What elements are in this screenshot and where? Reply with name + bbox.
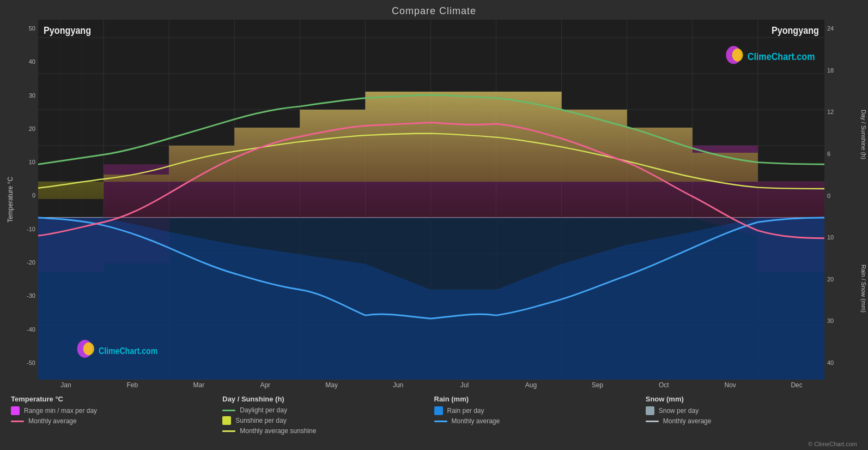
legend-temp-avg: Monthly average (11, 417, 222, 425)
y-tick-right-30: 30 (827, 317, 834, 324)
legend-sunshine-per-day: Sunshine per day (222, 416, 434, 425)
chart-title: Compare Climate (0, 0, 868, 20)
legend-temperature: Temperature °C Range min / max per day M… (11, 395, 222, 437)
x-axis: Jan Feb Mar Apr May Jun Jul Aug Sep Oct … (33, 380, 830, 391)
legend-temp-range: Range min / max per day (11, 406, 222, 415)
copyright: © ClimeChart.com (0, 440, 868, 450)
legend-rain-avg-label: Monthly average (452, 417, 500, 425)
y-tick-n50: -50 (27, 359, 35, 366)
y-tick-right-24: 24 (827, 25, 834, 32)
legend-sunshine-avg-label: Monthly average sunshine (240, 427, 316, 435)
y-tick-right-18: 18 (827, 67, 834, 74)
y-axis-left-label: Temperature °C (7, 177, 14, 223)
y-tick-30: 30 (29, 92, 35, 99)
y-tick-0: 0 (32, 192, 35, 199)
x-tick-oct: Oct (630, 381, 697, 389)
x-tick-nov: Nov (697, 381, 763, 389)
legend-rain-avg: Monthly average (434, 417, 646, 425)
legend-sunshine-avg: Monthly average sunshine (222, 427, 434, 435)
legend-daylight-label: Daylight per day (240, 406, 287, 414)
x-tick-feb: Feb (99, 381, 166, 389)
legend-rain-swatch (434, 406, 443, 415)
svg-text:ClimeChart.com: ClimeChart.com (748, 51, 815, 62)
x-tick-jan: Jan (33, 381, 99, 389)
y-tick-right-6: 6 (827, 151, 830, 157)
svg-text:Pyongyang: Pyongyang (44, 25, 91, 36)
legend-sunshine: Day / Sunshine (h) Daylight per day Suns… (222, 395, 434, 437)
y-tick-n40: -40 (27, 326, 35, 333)
y-tick-20: 20 (29, 125, 35, 132)
legend-temp-avg-swatch (11, 421, 24, 422)
legend-daylight-swatch (222, 410, 235, 411)
svg-point-35 (732, 49, 743, 62)
legend-rain-per-day: Rain per day (434, 406, 646, 415)
legend-sunshine-per-day-label: Sunshine per day (235, 417, 286, 424)
x-tick-jul: Jul (432, 381, 498, 389)
y-tick-10: 10 (29, 159, 35, 165)
y-tick-right-40: 40 (827, 359, 834, 366)
chart-svg: Pyongyang Pyongyang ClimeChart.com Clime… (38, 20, 824, 380)
legend-snow-avg: Monthly average (646, 417, 857, 425)
legend-sunshine-title: Day / Sunshine (h) (222, 395, 434, 403)
legend-temp-avg-label: Monthly average (28, 417, 77, 425)
x-tick-jun: Jun (365, 381, 432, 389)
chart-area: Temperature °C 50 40 30 20 10 0 -10 -20 … (5, 20, 863, 380)
x-tick-sep: Sep (564, 381, 630, 389)
svg-point-38 (83, 343, 94, 356)
x-tick-apr: Apr (232, 381, 299, 389)
legend-temp-title: Temperature °C (11, 395, 222, 403)
page-container: Compare Climate Temperature °C 50 40 30 … (0, 0, 868, 450)
x-tick-mar: Mar (166, 381, 232, 389)
y-tick-50: 50 (29, 25, 35, 32)
y-tick-right-20: 20 (827, 276, 834, 283)
legend-rain: Rain (mm) Rain per day Monthly average (434, 395, 646, 437)
y-axis-right-label1: Day / Sunshine (h) (860, 110, 867, 159)
y-tick-right-0: 0 (827, 193, 830, 199)
x-tick-aug: Aug (497, 381, 564, 389)
y-tick-n30: -30 (27, 292, 35, 299)
y-axis-right-label2: Rain / Snow (mm) (860, 265, 867, 313)
legend-sunshine-avg-swatch (222, 430, 235, 432)
y-tick-right-10: 10 (827, 234, 834, 241)
legend-snow-swatch (646, 406, 654, 415)
y-axis-left: Temperature °C 50 40 30 20 10 0 -10 -20 … (5, 20, 38, 380)
y-tick-n10: -10 (27, 226, 35, 232)
legend-snow-avg-swatch (646, 421, 659, 422)
legend-daylight: Daylight per day (222, 406, 434, 414)
legend-temp-range-label: Range min / max per day (24, 407, 97, 415)
chart-main: Pyongyang Pyongyang ClimeChart.com Clime… (38, 20, 824, 380)
legend-rain-avg-swatch (434, 421, 447, 422)
y-tick-right-12: 12 (827, 109, 834, 115)
legend-snow-per-day: Snow per day (646, 406, 857, 415)
legend-snow-per-day-label: Snow per day (659, 407, 699, 415)
legend-temp-range-swatch (11, 406, 20, 415)
y-tick-40: 40 (29, 58, 35, 65)
svg-text:ClimeChart.com: ClimeChart.com (99, 346, 157, 356)
legend-area: Temperature °C Range min / max per day M… (0, 391, 868, 440)
legend-rain-title: Rain (mm) (434, 395, 646, 403)
legend-snow: Snow (mm) Snow per day Monthly average (646, 395, 857, 437)
svg-text:Pyongyang: Pyongyang (772, 25, 819, 36)
legend-sunshine-swatch (222, 416, 231, 425)
y-axis-right: 24 18 12 6 0 10 20 30 40 Day / Sunshine … (824, 20, 863, 380)
legend-rain-per-day-label: Rain per day (447, 407, 484, 415)
legend-snow-title: Snow (mm) (646, 395, 857, 403)
legend-snow-avg-label: Monthly average (663, 417, 712, 425)
x-tick-dec: Dec (763, 381, 830, 389)
y-tick-n20: -20 (27, 259, 35, 266)
x-tick-may: May (299, 381, 365, 389)
